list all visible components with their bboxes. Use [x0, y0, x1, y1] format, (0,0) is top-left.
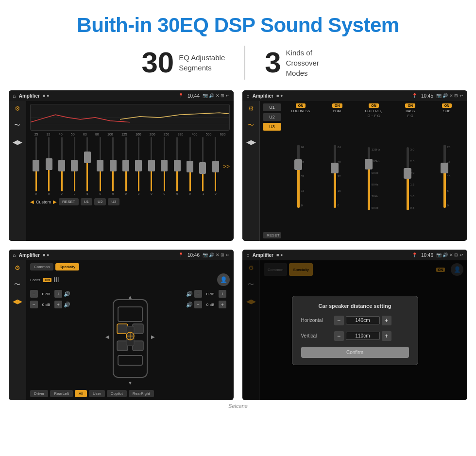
eq-more-icon[interactable]: >> — [223, 163, 230, 170]
eq-slider-12[interactable]: 0 — [171, 137, 183, 195]
crossover-stat: 3 Kinds ofCrossover Modes — [245, 48, 354, 78]
screen2-controls: 📷 🔊 ✕ ⊞ ↩ — [436, 93, 463, 98]
xo-sub-ch: ON SUB 20 — [429, 103, 464, 238]
s3-eq-icon[interactable]: ⚙ — [15, 264, 20, 271]
rearright-btn[interactable]: RearRight — [129, 390, 154, 397]
user-btn[interactable]: User — [89, 390, 105, 397]
reset-btn[interactable]: RESET — [59, 198, 79, 205]
s2-eq-icon[interactable]: ⚙ — [248, 105, 254, 112]
screen3-main: Common Specialty Fader ON 👤 — [26, 260, 234, 400]
s3-vol-icon[interactable]: ◀▶ — [13, 298, 22, 305]
horizontal-minus-btn[interactable]: − — [334, 316, 344, 325]
u1-btn[interactable]: U1 — [81, 198, 92, 205]
eq-slider-8[interactable]: 0 — [120, 137, 132, 195]
home-icon[interactable]: ⌂ — [13, 93, 16, 99]
fader-label: Fader — [30, 278, 40, 282]
home-icon-2[interactable]: ⌂ — [246, 93, 250, 99]
rearleft-btn[interactable]: RearLeft — [50, 390, 73, 397]
eq-slider-14[interactable]: -1 — [197, 137, 208, 195]
prev-btn[interactable]: ◀ — [30, 199, 34, 204]
eq-slider-2[interactable]: 0 — [43, 137, 54, 195]
eq-slider-5[interactable]: 5 — [82, 137, 93, 195]
xo-u3-btn[interactable]: U3 — [263, 123, 281, 131]
cutfreq-on[interactable]: ON — [369, 103, 379, 108]
u3-btn[interactable]: U3 — [108, 198, 119, 205]
next-btn[interactable]: ▶ — [53, 199, 57, 204]
driver-btn[interactable]: Driver — [30, 390, 48, 397]
horizontal-plus-btn[interactable]: + — [382, 316, 391, 325]
xo-u1-btn[interactable]: U1 — [263, 103, 281, 111]
specialty-tab[interactable]: Specialty — [55, 263, 79, 270]
eq-slider-1[interactable]: 0 — [30, 137, 42, 195]
eq-slider-10[interactable]: 0 — [146, 137, 157, 195]
eq-slider-7[interactable]: 0 — [107, 137, 119, 195]
phat-slider[interactable]: 64 48 32 16 0 — [334, 114, 341, 238]
eq-slider-13[interactable]: 0 — [184, 137, 196, 195]
eq-label: EQ AdjustableSegments — [179, 52, 225, 73]
cutfreq-slider[interactable]: 125Hz 100Hz 90Hz 80Hz 70Hz 60Hz — [368, 119, 380, 238]
screen1-topbar: ⌂ Amplifier ■ ● 📍 10:44 📷 🔊 ✕ ⊞ ↩ — [9, 90, 234, 101]
eq-slider-4[interactable]: 0 — [68, 137, 80, 195]
eq-slider-3[interactable]: 0 — [56, 137, 68, 195]
left-controls: − 0 dB + 🔊 − 0 dB + 🔊 — [30, 290, 74, 387]
fader-on-badge[interactable]: ON — [43, 278, 52, 282]
user-icon[interactable]: 👤 — [217, 273, 230, 286]
screen2-time: 10:45 — [421, 93, 433, 99]
screen1-sidebar: ⚙ 〜 ◀▶ — [9, 101, 26, 241]
all-btn[interactable]: All — [75, 390, 87, 397]
xo-u2-btn[interactable]: U2 — [263, 113, 281, 121]
right-bottom-minus-btn[interactable]: − — [194, 301, 202, 308]
loudness-on[interactable]: ON — [296, 103, 306, 108]
bass-slider[interactable]: 3.0 2.5 2.0 1.5 1.0 0.5 — [407, 119, 414, 238]
sidebar-wave-icon[interactable]: 〜 — [14, 121, 20, 130]
dialog-overlay: Car speaker distance setting Horizontal … — [242, 260, 467, 400]
xo-cutfreq-ch: ON CUT FREQ G ~ F G — [356, 103, 391, 238]
screen4-title: Amplifier — [253, 253, 273, 258]
xo-phat-ch: ON PHAT 64 — [320, 103, 355, 238]
sidebar-eq-icon[interactable]: ⚙ — [15, 105, 20, 112]
screen1-body: ⚙ 〜 ◀▶ — [9, 101, 234, 241]
s3-wave-icon[interactable]: 〜 — [14, 280, 20, 289]
screen4-location: 📍 — [412, 253, 417, 257]
home-icon-4[interactable]: ⌂ — [246, 252, 250, 258]
bass-on[interactable]: ON — [405, 103, 415, 108]
svg-rect-4 — [118, 307, 142, 321]
left-bottom-minus-btn[interactable]: − — [30, 301, 38, 308]
s2-vol-icon[interactable]: ◀▶ — [246, 138, 256, 146]
right-bottom-plus-btn[interactable]: + — [219, 301, 226, 308]
xo-reset-btn[interactable]: RESET — [263, 232, 281, 238]
sub-slider[interactable]: 20 15 10 5 0 — [443, 114, 451, 238]
common-tab[interactable]: Common — [30, 263, 53, 270]
right-top-plus-btn[interactable]: + — [219, 290, 226, 298]
loudness-slider[interactable]: 64 48 32 16 0 — [297, 114, 305, 238]
vertical-input[interactable] — [346, 332, 380, 340]
eq-slider-15[interactable]: 0 — [210, 137, 221, 195]
eq-slider-9[interactable]: 0 — [133, 137, 144, 195]
watermark: Seicane — [0, 400, 476, 411]
u2-btn[interactable]: U2 — [94, 198, 106, 205]
eq-slider-6[interactable]: 0 — [94, 137, 106, 195]
s2-wave-icon[interactable]: 〜 — [248, 121, 254, 130]
svg-text:▶: ▶ — [151, 334, 155, 339]
right-top-minus-btn[interactable]: − — [194, 290, 202, 298]
horizontal-input[interactable] — [346, 316, 380, 324]
vertical-minus-btn[interactable]: − — [334, 331, 344, 341]
confirm-button[interactable]: Confirm — [301, 347, 409, 358]
vertical-field: Vertical − + — [301, 331, 409, 341]
xo-channels: ON LOUDNESS 64 — [283, 103, 464, 238]
vertical-plus-btn[interactable]: + — [382, 331, 391, 341]
screen3-location: 📍 — [178, 253, 184, 257]
copilot-btn[interactable]: Copilot — [107, 390, 127, 397]
phat-on[interactable]: ON — [332, 103, 342, 108]
eq-slider-11[interactable]: 0 — [158, 137, 170, 195]
screen3-controls: 📷 🔊 ✕ ⊞ ↩ — [203, 253, 230, 257]
sub-on[interactable]: ON — [442, 103, 452, 108]
sidebar-vol-icon[interactable]: ◀▶ — [13, 138, 22, 146]
left-bottom-plus-btn[interactable]: + — [54, 301, 62, 308]
screen2-icons: ■ ● — [276, 93, 283, 98]
left-top-minus-btn[interactable]: − — [30, 290, 38, 298]
crossover-label: Kinds ofCrossover Modes — [286, 48, 335, 78]
speaker-tr-icon: 🔊 — [186, 291, 193, 297]
home-icon-3[interactable]: ⌂ — [13, 252, 16, 258]
left-top-plus-btn[interactable]: + — [54, 290, 62, 298]
